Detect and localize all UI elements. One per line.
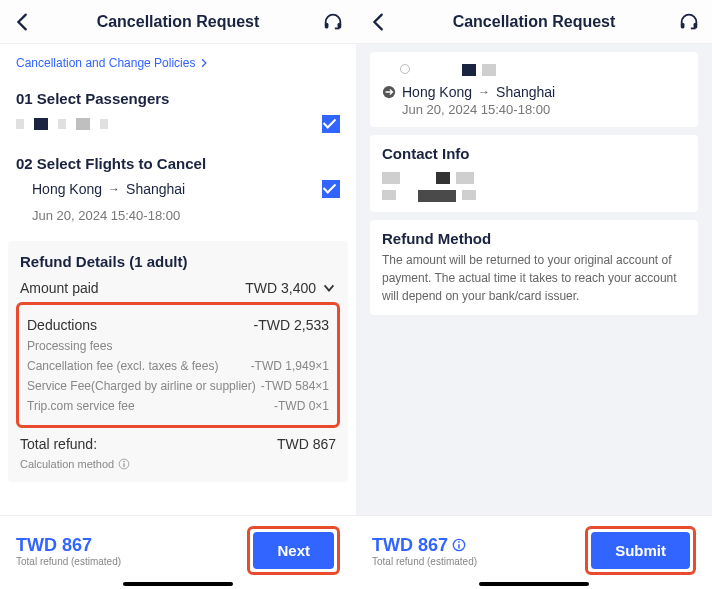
chevron-down-icon[interactable]	[322, 281, 336, 295]
arrow-right-icon: →	[478, 85, 490, 99]
back-icon[interactable]	[368, 11, 390, 33]
next-highlight: Next	[247, 526, 340, 575]
svg-point-10	[458, 541, 460, 543]
refund-method-text: The amount will be returned to your orig…	[382, 251, 686, 305]
amount-paid-value: TWD 3,400	[245, 280, 316, 296]
home-indicator	[479, 582, 589, 586]
body: Hong Kong → Shanghai Jun 20, 2024 15:40-…	[356, 44, 712, 589]
flight-datetime: Jun 20, 2024 15:40-18:00	[0, 202, 356, 231]
flight-to: Shanghai	[496, 84, 555, 100]
right-screen: Cancellation Request Hong Kong → Shangha…	[356, 0, 712, 589]
page-title: Cancellation Request	[390, 13, 678, 31]
arrow-right-icon: →	[108, 182, 120, 196]
page-title: Cancellation Request	[34, 13, 322, 31]
passenger-redacted	[16, 118, 108, 130]
left-screen: Cancellation Request Cancellation and Ch…	[0, 0, 356, 589]
submit-highlight: Submit	[585, 526, 696, 575]
refund-method-title: Refund Method	[382, 230, 686, 247]
flight-datetime: Jun 20, 2024 15:40-18:00	[402, 102, 686, 117]
footer-amount: TWD 867	[372, 535, 448, 556]
flight-from: Hong Kong	[402, 84, 472, 100]
fee-value: -TWD 0×1	[274, 399, 329, 413]
checkbox-icon[interactable]	[322, 115, 340, 133]
header: Cancellation Request	[0, 0, 356, 44]
svg-rect-0	[325, 22, 329, 27]
flight-to: Shanghai	[126, 181, 185, 197]
redacted	[400, 64, 686, 76]
deductions-value: -TWD 2,533	[254, 317, 329, 333]
flight-card: Hong Kong → Shanghai Jun 20, 2024 15:40-…	[370, 52, 698, 127]
deductions-highlight: Deductions -TWD 2,533 Processing fees Ca…	[16, 302, 340, 428]
fee-label: Cancellation fee (excl. taxes & fees)	[27, 359, 218, 373]
submit-button[interactable]: Submit	[591, 532, 690, 569]
header: Cancellation Request	[356, 0, 712, 44]
home-indicator	[123, 582, 233, 586]
plane-icon	[382, 85, 396, 99]
amount-paid-label: Amount paid	[20, 280, 99, 296]
deductions-label: Deductions	[27, 317, 97, 333]
checkbox-icon[interactable]	[322, 180, 340, 198]
refund-method-card: Refund Method The amount will be returne…	[370, 220, 698, 315]
footer-sub: Total refund (estimated)	[372, 556, 585, 567]
policies-link[interactable]: Cancellation and Change Policies	[0, 44, 356, 82]
refund-details: Refund Details (1 adult) Amount paid TWD…	[8, 241, 348, 482]
contact-title: Contact Info	[382, 145, 686, 162]
refund-title: Refund Details (1 adult)	[20, 253, 336, 270]
footer-sub: Total refund (estimated)	[16, 556, 247, 567]
processing-fees-label: Processing fees	[27, 339, 329, 353]
fee-label: Trip.com service fee	[27, 399, 135, 413]
step2-title: 02 Select Flights to Cancel	[0, 147, 356, 176]
support-icon[interactable]	[322, 11, 344, 33]
flight-from: Hong Kong	[32, 181, 102, 197]
footer: TWD 867 Total refund (estimated) Submit	[356, 515, 712, 589]
fee-value: -TWD 584×1	[261, 379, 329, 393]
support-icon[interactable]	[678, 11, 700, 33]
svg-point-4	[123, 461, 125, 463]
fee-label: Service Fee(Charged by airline or suppli…	[27, 379, 256, 393]
link-text: Cancellation and Change Policies	[16, 56, 195, 70]
total-refund-label: Total refund:	[20, 436, 97, 452]
svg-rect-5	[681, 22, 685, 27]
contact-card: Contact Info	[370, 135, 698, 212]
passenger-row[interactable]	[0, 111, 356, 137]
step1-title: 01 Select Passengers	[0, 82, 356, 111]
calc-method-link[interactable]: Calculation method	[20, 458, 336, 470]
info-icon	[118, 458, 130, 470]
chevron-right-icon	[199, 58, 209, 68]
fee-value: -TWD 1,949×1	[251, 359, 329, 373]
footer: TWD 867 Total refund (estimated) Next	[0, 515, 356, 589]
amount-paid-row[interactable]: Amount paid TWD 3,400	[20, 280, 336, 296]
back-icon[interactable]	[12, 11, 34, 33]
flight-select-row[interactable]: Hong Kong → Shanghai	[0, 176, 356, 202]
footer-amount: TWD 867	[16, 535, 247, 556]
next-button[interactable]: Next	[253, 532, 334, 569]
total-refund-value: TWD 867	[277, 436, 336, 452]
info-icon[interactable]	[452, 538, 466, 552]
body: Cancellation and Change Policies 01 Sele…	[0, 44, 356, 589]
